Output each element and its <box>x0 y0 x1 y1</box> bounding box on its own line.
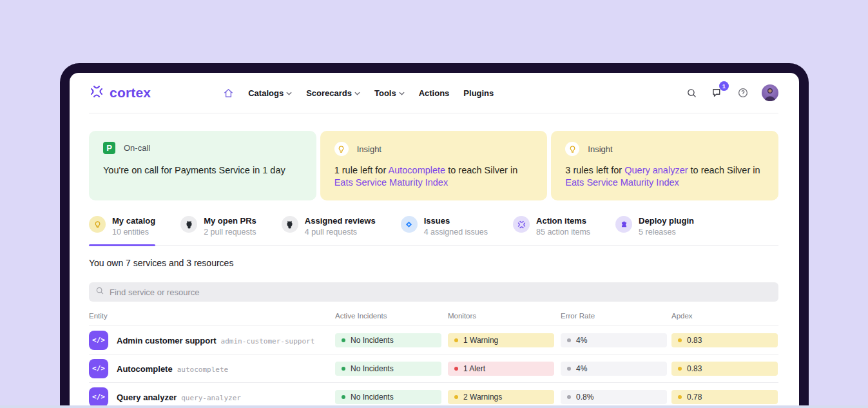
tab-my-catalog[interactable]: My catalog 10 entities <box>89 216 155 245</box>
tab-assigned-reviews[interactable]: Assigned reviews 4 pull requests <box>282 216 376 245</box>
insight-card-body: 3 rules left for Query analyzer to reach… <box>565 164 764 189</box>
tab-label: My open PRs <box>204 216 256 226</box>
oncall-card-title: On-call <box>124 143 150 153</box>
incidents-pill: No Incidents <box>335 333 441 347</box>
nav-item-scorecards[interactable]: Scorecards <box>306 88 360 98</box>
chevron-down-icon <box>354 92 360 95</box>
monitors-pill: 1 Alert <box>448 362 554 376</box>
search-input[interactable] <box>110 287 772 297</box>
column-header-entity: Entity <box>89 312 335 320</box>
error-rate-pill: 4% <box>561 362 667 376</box>
entity-slug: autocomplete <box>177 365 228 374</box>
service-code-icon: </> <box>89 359 108 378</box>
user-avatar[interactable] <box>762 84 778 101</box>
info-cards: P On-call You're on call for Payments Se… <box>89 131 778 200</box>
tab-deploy-plugin[interactable]: Deploy plugin 5 releases <box>615 216 694 245</box>
brand-name: cortex <box>110 85 151 101</box>
tab-label: Action items <box>536 216 590 226</box>
lightbulb-icon <box>89 216 106 233</box>
status-dot <box>567 367 571 371</box>
ownership-summary: You own 7 services and 3 resources <box>89 258 778 268</box>
entity-name[interactable]: Query analyzer <box>117 393 177 402</box>
tab-label: My catalog <box>112 216 155 226</box>
top-actions: 1 <box>684 84 778 101</box>
chevron-down-icon <box>399 92 405 95</box>
main-nav: Catalogs Scorecards Tools Actions <box>223 88 494 99</box>
dashboard-tabs: My catalog 10 entities My open PRs 2 pul… <box>89 216 778 246</box>
tab-label: Assigned reviews <box>305 216 376 226</box>
insight-card-1[interactable]: Insight 1 rule left for Autocomplete to … <box>320 131 548 200</box>
status-dot <box>567 395 571 399</box>
table-row[interactable]: </> Admin customer supportadmin-customer… <box>89 325 778 354</box>
nav-item-catalogs[interactable]: Catalogs <box>248 88 292 98</box>
insight-card-2[interactable]: Insight 3 rules left for Query analyzer … <box>551 131 778 200</box>
notifications-icon[interactable]: 1 <box>710 86 724 100</box>
column-header-active-incidents: Active Incidents <box>335 312 448 320</box>
status-dot <box>342 338 345 342</box>
entity-cell: </> Admin customer supportadmin-customer… <box>89 331 335 350</box>
error-rate-pill: 0.8% <box>561 390 667 404</box>
entity-cell: </> Autocompleteautocomplete <box>89 359 335 378</box>
insight-card-title: Insight <box>357 144 381 154</box>
scorecard-link[interactable]: Eats Service Maturity Index <box>334 177 448 188</box>
status-dot <box>454 338 458 342</box>
search-icon <box>95 286 104 298</box>
cortex-logo[interactable]: cortex <box>89 84 151 102</box>
entity-search-bar[interactable] <box>89 282 778 302</box>
entity-slug: admin-customer-support <box>221 337 315 345</box>
oncall-card[interactable]: P On-call You're on call for Payments Se… <box>89 131 316 200</box>
lightbulb-icon <box>565 142 579 156</box>
nav-item-plugins[interactable]: Plugins <box>463 88 494 98</box>
entity-cell: </> Query analyzerquery-analyzer <box>89 387 335 407</box>
status-dot <box>678 367 682 371</box>
incidents-pill: No Incidents <box>335 390 441 404</box>
cortex-logo-icon <box>89 84 104 102</box>
jira-icon <box>401 216 418 233</box>
monitors-pill: 1 Warning <box>448 333 554 347</box>
apdex-pill: 0.83 <box>671 362 778 376</box>
help-icon[interactable] <box>736 86 750 100</box>
tab-my-open-prs[interactable]: My open PRs 2 pull requests <box>180 216 256 245</box>
table-row[interactable]: </> Autocompleteautocomplete No Incident… <box>89 354 778 382</box>
insight-card-header: Insight <box>334 142 534 156</box>
scorecard-link[interactable]: Eats Service Maturity Index <box>565 177 679 188</box>
tab-label: Deploy plugin <box>639 216 694 226</box>
chevron-down-icon <box>286 92 292 95</box>
notification-badge: 1 <box>719 81 729 91</box>
tab-subtitle: 4 pull requests <box>305 228 376 237</box>
tab-subtitle: 5 releases <box>639 228 694 237</box>
apdex-pill: 0.83 <box>671 333 778 347</box>
github-icon <box>282 216 298 233</box>
apdex-pill: 0.78 <box>671 390 778 404</box>
entity-name[interactable]: Autocomplete <box>117 364 173 374</box>
nav-item-tools[interactable]: Tools <box>374 88 405 98</box>
plugin-puzzle-icon <box>615 216 632 233</box>
insight-card-header: Insight <box>565 142 764 156</box>
home-icon[interactable] <box>223 88 234 99</box>
entity-table: Entity Active Incidents Monitors Error R… <box>89 311 778 408</box>
insight-card-body: 1 rule left for Autocomplete to reach Si… <box>334 164 534 189</box>
status-dot <box>678 338 682 342</box>
search-icon[interactable] <box>684 86 699 100</box>
table-row[interactable]: </> Query analyzerquery-analyzer No Inci… <box>89 382 778 408</box>
incidents-pill: No Incidents <box>335 362 441 376</box>
app-page: cortex Catalogs Scorecards To <box>70 73 799 408</box>
entity-link[interactable]: Query analyzer <box>624 165 688 175</box>
tab-action-items[interactable]: Action items 85 action items <box>513 216 590 245</box>
tab-subtitle: 85 action items <box>536 228 590 237</box>
error-rate-pill: 4% <box>561 333 667 347</box>
column-header-error-rate: Error Rate <box>561 312 671 320</box>
top-navigation-bar: cortex Catalogs Scorecards To <box>89 73 778 113</box>
service-code-icon: </> <box>89 331 108 350</box>
oncall-card-body: You're on call for Payments Service in 1… <box>103 164 302 177</box>
tab-issues[interactable]: Issues 4 assigned issues <box>401 216 488 245</box>
monitors-pill: 2 Warnings <box>448 390 554 404</box>
cortex-icon <box>513 216 530 233</box>
column-header-apdex: Apdex <box>671 312 778 320</box>
tab-subtitle: 10 entities <box>112 228 155 237</box>
pagerduty-icon: P <box>103 142 115 154</box>
entity-link[interactable]: Autocomplete <box>389 165 446 175</box>
entity-name[interactable]: Admin customer support <box>117 336 217 345</box>
nav-item-actions[interactable]: Actions <box>419 88 450 98</box>
tab-label: Issues <box>424 216 488 226</box>
